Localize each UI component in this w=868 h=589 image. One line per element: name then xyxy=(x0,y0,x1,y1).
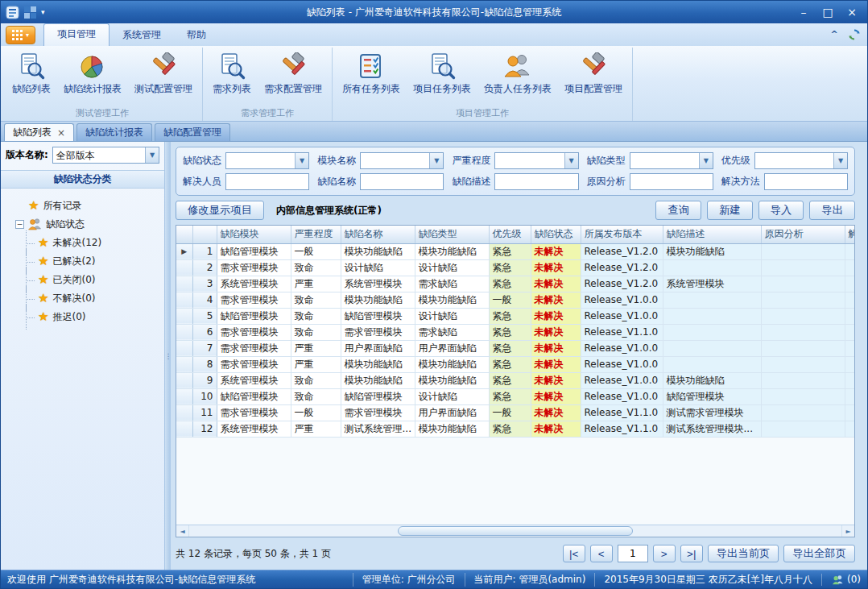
grid-cell[interactable]: 系统管理模块 xyxy=(663,276,761,292)
scrollbar-thumb[interactable] xyxy=(398,526,633,536)
tree-item[interactable]: ★推迟(0) xyxy=(4,308,161,326)
tree-item[interactable]: ★已关闭(0) xyxy=(4,271,161,289)
grid-cell[interactable]: 模块功能缺陷 xyxy=(341,292,415,308)
grid-cell[interactable]: Release_V1.2.0 xyxy=(581,276,663,292)
column-header[interactable]: 原因分析 xyxy=(761,226,845,243)
ribbon-button[interactable]: 所有任务列表 xyxy=(337,49,406,97)
grid-cell[interactable]: 模块功能缺陷 xyxy=(415,292,489,308)
column-header[interactable]: 所属发布版本 xyxy=(581,226,663,243)
grid-cell[interactable]: 模块功能缺陷 xyxy=(415,243,489,259)
grid-cell[interactable]: Release_V1.0.0 xyxy=(581,292,663,308)
export-button[interactable]: 导出 xyxy=(809,201,855,220)
table-row[interactable]: 5缺陷管理模块致命缺陷管理模块设计缺陷紧急未解决Release_V1.0.0 xyxy=(176,308,854,324)
first-page-button[interactable]: |< xyxy=(563,545,585,562)
grid-cell[interactable]: 未解决 xyxy=(531,276,581,292)
grid-cell[interactable]: 致命 xyxy=(291,292,341,308)
scrollbar-track[interactable] xyxy=(189,525,841,537)
grid-cell[interactable] xyxy=(761,404,845,421)
grid-cell[interactable]: Release_V1.0.0 xyxy=(581,340,663,356)
grid-cell[interactable] xyxy=(663,340,761,356)
grid-cell[interactable]: 未解决 xyxy=(531,388,581,404)
table-row[interactable]: 8需求管理模块严重模块功能缺陷模块功能缺陷紧急未解决Release_V1.0.0 xyxy=(176,356,854,372)
grid-cell[interactable]: 缺陷管理模块 xyxy=(663,388,761,404)
next-page-button[interactable]: > xyxy=(653,545,676,562)
grid-cell[interactable]: 设计缺陷 xyxy=(415,259,489,276)
grid-cell[interactable] xyxy=(845,243,854,259)
table-row[interactable]: 12系统管理模块严重测试系统管理...模块功能缺陷紧急未解决Release_V1… xyxy=(176,421,854,437)
column-header[interactable]: 优先级 xyxy=(489,226,531,243)
grid-cell[interactable]: 缺陷管理模块 xyxy=(341,308,415,324)
grid-cell[interactable] xyxy=(845,324,854,340)
grid-cell[interactable]: Release_V1.0.0 xyxy=(581,388,663,404)
grid-cell[interactable] xyxy=(761,292,845,308)
grid-cell[interactable]: 紧急 xyxy=(489,243,531,259)
grid-cell[interactable]: 系统管理模块 xyxy=(217,372,291,388)
table-row[interactable]: ▶1缺陷管理模块一般模块功能缺陷模块功能缺陷紧急未解决Release_V1.2.… xyxy=(176,243,854,259)
ribbon-button[interactable]: 需求列表 xyxy=(207,49,257,97)
grid-cell[interactable]: 模块功能缺陷 xyxy=(341,243,415,259)
grid-cell[interactable] xyxy=(845,356,854,372)
import-button[interactable]: 导入 xyxy=(758,201,804,220)
grid-cell[interactable] xyxy=(845,388,854,404)
document-tab[interactable]: 缺陷列表× xyxy=(4,123,74,141)
filter-textbox[interactable] xyxy=(225,173,309,190)
grid-cell[interactable]: 未解决 xyxy=(531,340,581,356)
ribbon-button[interactable]: 项目任务列表 xyxy=(407,49,477,97)
grid-cell[interactable]: 致命 xyxy=(291,388,341,404)
new-button[interactable]: 新建 xyxy=(707,201,753,220)
close-button[interactable]: × xyxy=(840,3,864,21)
filter-textbox[interactable] xyxy=(764,173,848,190)
ribbon-button[interactable]: 缺陷统计报表 xyxy=(58,49,127,97)
grid-cell[interactable]: 需求管理模块 xyxy=(341,324,415,340)
grid-cell[interactable]: Release_V1.2.0 xyxy=(581,243,663,259)
grid-cell[interactable] xyxy=(761,340,845,356)
maximize-button[interactable]: □ xyxy=(816,3,840,21)
grid-cell[interactable]: 紧急 xyxy=(489,276,531,292)
grid-cell[interactable]: 测试系统管理模块... xyxy=(663,421,761,437)
filter-textbox[interactable] xyxy=(630,173,713,190)
grid-cell[interactable]: 缺陷管理模块 xyxy=(217,388,291,404)
grid-cell[interactable]: 模块功能缺陷 xyxy=(415,372,489,388)
grid-cell[interactable]: 需求管理模块 xyxy=(217,340,291,356)
grid-cell[interactable]: 未解决 xyxy=(531,404,581,421)
grid-cell[interactable]: Release_V1.2.0 xyxy=(581,259,663,276)
grid-cell[interactable]: 测试需求管理模块 xyxy=(663,404,761,421)
grid-cell[interactable]: 模块功能缺陷 xyxy=(341,372,415,388)
grid-cell[interactable]: 未解决 xyxy=(531,308,581,324)
page-number-input[interactable] xyxy=(618,545,648,562)
grid-cell[interactable]: 未解决 xyxy=(531,356,581,372)
grid-cell[interactable]: 紧急 xyxy=(489,372,531,388)
grid-cell[interactable]: Release_V1.1.0 xyxy=(581,324,663,340)
grid-cell[interactable]: 严重 xyxy=(291,340,341,356)
splitter-handle[interactable]: ⋮ xyxy=(165,142,171,570)
grid-cell[interactable]: 需求缺陷 xyxy=(415,324,489,340)
grid-cell[interactable] xyxy=(663,292,761,308)
table-row[interactable]: 10缺陷管理模块致命缺陷管理模块设计缺陷紧急未解决Release_V1.0.0缺… xyxy=(176,388,854,404)
grid-cell[interactable] xyxy=(761,372,845,388)
grid-cell[interactable]: 紧急 xyxy=(489,340,531,356)
grid-cell[interactable]: 模块功能缺陷 xyxy=(663,243,761,259)
filter-textbox[interactable] xyxy=(494,173,578,190)
column-header[interactable]: 缺陷名称 xyxy=(341,226,415,243)
grid-cell[interactable]: 紧急 xyxy=(489,308,531,324)
column-header[interactable]: 解决方法 xyxy=(845,226,854,243)
column-header[interactable]: 缺陷类型 xyxy=(415,226,489,243)
grid-cell[interactable] xyxy=(761,388,845,404)
dropdown-arrow-icon[interactable]: ▼ xyxy=(564,153,578,168)
grid-cell[interactable]: Release_V1.0.0 xyxy=(581,356,663,372)
grid-cell[interactable]: Release_V1.1.0 xyxy=(581,404,663,421)
grid-cell[interactable]: 致命 xyxy=(291,308,341,324)
table-row[interactable]: 9系统管理模块致命模块功能缺陷模块功能缺陷紧急未解决Release_V1.0.0… xyxy=(176,372,854,388)
grid-cell[interactable]: 一般 xyxy=(489,292,531,308)
grid-cell[interactable]: 需求管理模块 xyxy=(341,404,415,421)
grid-cell[interactable] xyxy=(761,276,845,292)
grid-cell[interactable]: 需求管理模块 xyxy=(217,356,291,372)
filter-combobox[interactable]: ▼ xyxy=(754,152,848,169)
search-button[interactable]: 查询 xyxy=(655,201,701,220)
grid-cell[interactable]: 需求管理模块 xyxy=(217,404,291,421)
grid-cell[interactable]: 未解决 xyxy=(531,243,581,259)
prev-page-button[interactable]: < xyxy=(590,545,613,562)
grid-cell[interactable]: 紧急 xyxy=(489,259,531,276)
grid-cell[interactable]: 严重 xyxy=(291,421,341,437)
grid-cell[interactable] xyxy=(761,259,845,276)
